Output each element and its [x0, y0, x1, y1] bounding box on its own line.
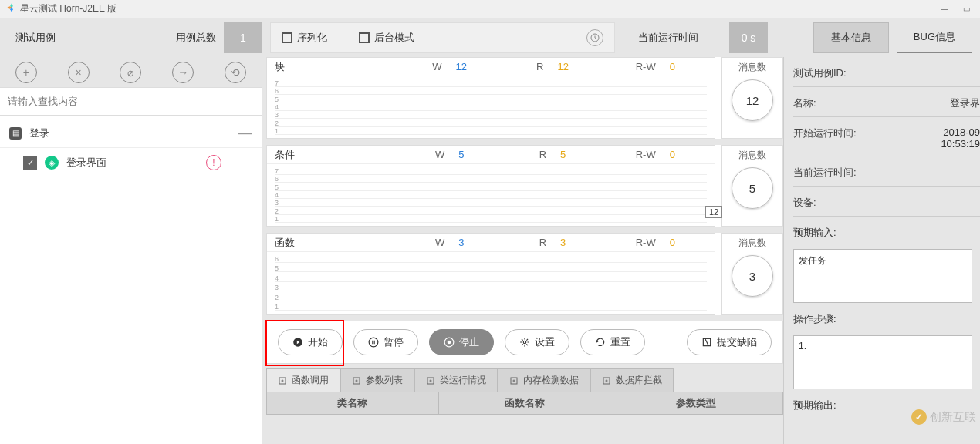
name-label: 名称: [793, 96, 816, 110]
expected-output-label: 预期输出: [793, 399, 836, 411]
msg-header: 消息数 [738, 234, 766, 252]
metric-block: 函数 W3 R3 R-W0 654321 消息数 3 [266, 233, 783, 314]
name-value: 登录界 [950, 96, 980, 110]
reset-button[interactable]: 重置 [580, 329, 645, 355]
add-icon[interactable]: + [15, 62, 37, 83]
metric-chart: 7654321 [267, 76, 715, 138]
total-count: 1 [224, 22, 262, 53]
stop-button[interactable]: 停止 [429, 329, 494, 355]
checkbox-icon [359, 32, 370, 43]
bottom-tabs: 函数调用参数列表类运行情况内存检测数据数据库拦截 [266, 368, 783, 392]
checkbox-icon [282, 32, 292, 43]
bottom-tab[interactable]: 内存检测数据 [498, 368, 590, 392]
svg-point-4 [448, 341, 451, 345]
tab-basic-info[interactable]: 基本信息 [813, 22, 889, 53]
msg-count: 12 [732, 79, 773, 121]
clock-icon [586, 29, 603, 46]
steps-label: 操作步骤: [793, 313, 836, 325]
tree-item-child[interactable]: ✓ ◈ 登录界面 ! [0, 148, 262, 177]
svg-point-2 [369, 338, 378, 347]
start-button[interactable]: 开始 [278, 329, 343, 355]
watermark: ✓创新互联 [911, 409, 976, 425]
search-input[interactable] [0, 88, 262, 115]
collapse-icon[interactable]: — [238, 125, 252, 141]
testcase-label: 测试用例 [8, 31, 112, 45]
msg-count: 5 [732, 167, 773, 209]
list-icon: ▤ [9, 127, 22, 140]
metric-name: 函数 [275, 236, 398, 250]
sidebar: + × ⌀ → ⟲ ▤ 登录 — ✓ ◈ 登录界面 ! [0, 57, 262, 444]
device-label: 设备: [793, 196, 816, 210]
refresh-icon[interactable]: ⟲ [225, 62, 246, 83]
top-toolbar: 测试用例 用例总数 1 序列化 后台模式 当前运行时间 0 s 基本信息 BUG… [0, 18, 980, 57]
divider [343, 29, 343, 47]
app-logo-icon [6, 2, 17, 15]
bottom-tab[interactable]: 参数列表 [340, 368, 414, 392]
settings-button[interactable]: 设置 [505, 329, 569, 355]
tree-item-root[interactable]: ▤ 登录 — [0, 119, 262, 148]
title-bar: 星云测试 Horn-J2EE 版 — ▭ [0, 0, 980, 18]
metric-name: 条件 [275, 148, 398, 162]
expected-input-value[interactable]: 发任务 [793, 249, 972, 303]
metric-chart: 654321 [267, 252, 715, 314]
tooltip: 12 [705, 206, 722, 218]
tab-bug-info[interactable]: BUG信息 [897, 22, 972, 53]
column-header: 参数类型 [610, 392, 782, 414]
start-time-value: 2018-09 10:53:19 [941, 126, 980, 150]
expected-input-label: 预期输入: [793, 227, 836, 238]
action-bar: 开始 暂停 停止 设置 重置 提交缺陷 [266, 321, 783, 364]
maximize-icon[interactable]: ▭ [958, 3, 974, 15]
start-time-label: 开始运行时间: [793, 126, 857, 150]
msg-header: 消息数 [738, 146, 766, 164]
check-icon[interactable]: ✓ [23, 156, 37, 170]
alert-icon[interactable]: ! [206, 155, 221, 170]
id-label: 测试用例ID: [793, 66, 847, 80]
info-panel: 测试用例ID: 名称:登录界 开始运行时间:2018-09 10:53:19 当… [783, 57, 980, 444]
bottom-tab[interactable]: 数据库拦截 [590, 368, 674, 392]
app-title: 星云测试 Horn-J2EE 版 [20, 2, 117, 15]
runtime-label: 当前运行时间: [793, 166, 857, 180]
runtime-value: 0 s [729, 22, 768, 53]
steps-value[interactable]: 1. [793, 335, 972, 389]
metric-block: 块 W12 R12 R-W0 7654321 消息数 12 [266, 57, 783, 139]
submit-defect-button[interactable]: 提交缺陷 [687, 329, 772, 355]
table-header: 类名称函数名称参数类型 [266, 392, 783, 415]
diamond-icon: ◈ [45, 156, 59, 170]
msg-header: 消息数 [738, 58, 766, 76]
serialize-checkbox[interactable]: 序列化 [282, 31, 327, 45]
msg-count: 3 [732, 255, 773, 297]
edit-icon[interactable]: ⌀ [120, 62, 141, 83]
background-checkbox[interactable]: 后台模式 [359, 31, 414, 45]
center-panel: 块 W12 R12 R-W0 7654321 消息数 12 条件 W5 R5 R… [262, 57, 783, 444]
metric-block: 条件 W5 R5 R-W0 7654321 消息数 5 12 [266, 145, 783, 227]
runtime-label: 当前运行时间 [623, 31, 714, 45]
bottom-tab[interactable]: 类运行情况 [414, 368, 498, 392]
total-label: 用例总数 [120, 31, 216, 45]
svg-point-5 [523, 341, 526, 344]
metric-name: 块 [275, 60, 398, 74]
bottom-tab[interactable]: 函数调用 [266, 368, 340, 392]
pause-button[interactable]: 暂停 [353, 329, 418, 355]
delete-icon[interactable]: × [68, 62, 90, 83]
export-icon[interactable]: → [172, 62, 194, 83]
column-header: 函数名称 [439, 392, 611, 414]
tree-label: 登录 [29, 126, 49, 140]
column-header: 类名称 [267, 392, 439, 414]
tree-label: 登录界面 [66, 156, 106, 170]
minimize-icon[interactable]: — [937, 3, 952, 15]
metric-chart: 7654321 [267, 164, 715, 226]
